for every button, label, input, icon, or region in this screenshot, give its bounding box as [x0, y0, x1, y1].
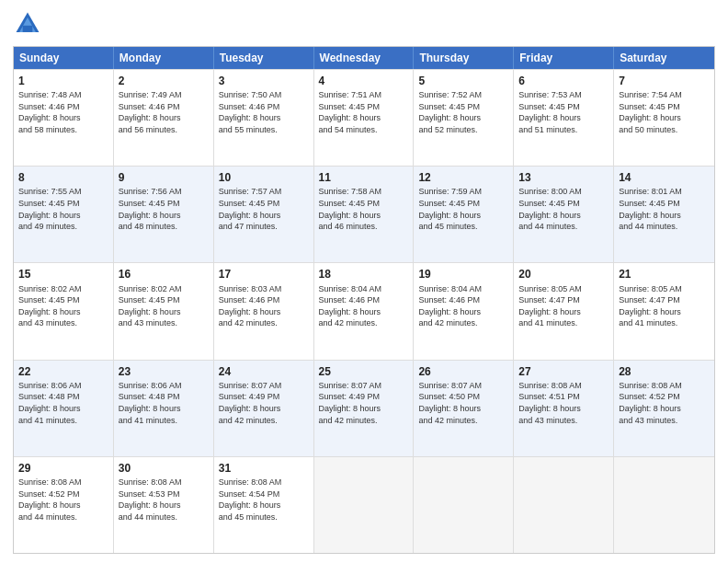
calendar: SundayMondayTuesdayWednesdayThursdayFrid… [13, 46, 715, 554]
cell-info: Sunrise: 7:57 AMSunset: 4:45 PMDaylight:… [219, 186, 309, 232]
cal-row: 1Sunrise: 7:48 AMSunset: 4:46 PMDaylight… [14, 69, 714, 166]
day-number: 14 [619, 170, 710, 185]
cal-cell: 31Sunrise: 8:08 AMSunset: 4:54 PMDayligh… [214, 457, 314, 553]
cell-info: Sunrise: 8:01 AMSunset: 4:45 PMDaylight:… [619, 186, 710, 232]
cell-info: Sunrise: 8:02 AMSunset: 4:45 PMDaylight:… [119, 283, 209, 329]
cal-cell [614, 457, 714, 553]
cal-header-day: Tuesday [214, 47, 314, 69]
cal-cell: 21Sunrise: 8:05 AMSunset: 4:47 PMDayligh… [614, 263, 714, 359]
cell-info: Sunrise: 8:06 AMSunset: 4:48 PMDaylight:… [119, 380, 209, 426]
day-number: 7 [619, 74, 710, 88]
cal-cell: 1Sunrise: 7:48 AMSunset: 4:46 PMDaylight… [14, 70, 114, 166]
cal-cell: 12Sunrise: 7:59 AMSunset: 4:45 PMDayligh… [414, 167, 514, 262]
cell-info: Sunrise: 7:59 AMSunset: 4:45 PMDaylight:… [418, 186, 508, 232]
cell-info: Sunrise: 8:03 AMSunset: 4:46 PMDaylight:… [219, 283, 309, 329]
cell-info: Sunrise: 7:53 AMSunset: 4:45 PMDaylight:… [518, 89, 609, 135]
cell-info: Sunrise: 7:54 AMSunset: 4:45 PMDaylight:… [619, 89, 710, 135]
cal-cell: 19Sunrise: 8:04 AMSunset: 4:46 PMDayligh… [414, 263, 514, 359]
day-number: 23 [119, 364, 209, 379]
cell-info: Sunrise: 7:55 AMSunset: 4:45 PMDaylight:… [18, 186, 108, 232]
cal-header-day: Monday [114, 47, 214, 69]
header [13, 9, 715, 39]
cal-cell: 20Sunrise: 8:05 AMSunset: 4:47 PMDayligh… [514, 263, 614, 359]
cell-info: Sunrise: 8:07 AMSunset: 4:50 PMDaylight:… [418, 380, 508, 426]
day-number: 15 [18, 267, 108, 282]
cal-row: 8Sunrise: 7:55 AMSunset: 4:45 PMDaylight… [14, 166, 714, 262]
cell-info: Sunrise: 8:02 AMSunset: 4:45 PMDaylight:… [18, 283, 108, 329]
cal-cell: 25Sunrise: 8:07 AMSunset: 4:49 PMDayligh… [314, 361, 415, 456]
cal-cell: 16Sunrise: 8:02 AMSunset: 4:45 PMDayligh… [114, 263, 214, 359]
page: SundayMondayTuesdayWednesdayThursdayFrid… [0, 0, 728, 563]
day-number: 8 [18, 170, 108, 185]
cell-info: Sunrise: 8:07 AMSunset: 4:49 PMDaylight:… [219, 380, 309, 426]
day-number: 12 [418, 170, 508, 185]
day-number: 6 [518, 74, 609, 88]
day-number: 29 [18, 461, 108, 476]
cal-cell: 26Sunrise: 8:07 AMSunset: 4:50 PMDayligh… [414, 361, 514, 456]
cal-header-day: Wednesday [314, 47, 415, 69]
cal-cell: 11Sunrise: 7:58 AMSunset: 4:45 PMDayligh… [314, 167, 415, 262]
cell-info: Sunrise: 7:48 AMSunset: 4:46 PMDaylight:… [18, 89, 108, 135]
cal-header-day: Saturday [614, 47, 714, 69]
cal-cell: 14Sunrise: 8:01 AMSunset: 4:45 PMDayligh… [614, 167, 714, 262]
cell-info: Sunrise: 8:05 AMSunset: 4:47 PMDaylight:… [619, 283, 710, 329]
cell-info: Sunrise: 7:56 AMSunset: 4:45 PMDaylight:… [119, 186, 209, 232]
day-number: 4 [319, 74, 409, 88]
day-number: 10 [219, 170, 309, 185]
cal-row: 15Sunrise: 8:02 AMSunset: 4:45 PMDayligh… [14, 262, 714, 359]
cal-cell: 18Sunrise: 8:04 AMSunset: 4:46 PMDayligh… [314, 263, 415, 359]
cal-cell [314, 457, 415, 553]
cal-cell: 27Sunrise: 8:08 AMSunset: 4:51 PMDayligh… [514, 361, 614, 456]
cell-info: Sunrise: 8:04 AMSunset: 4:46 PMDaylight:… [319, 283, 409, 329]
cell-info: Sunrise: 7:51 AMSunset: 4:45 PMDaylight:… [319, 89, 409, 135]
cell-info: Sunrise: 7:50 AMSunset: 4:46 PMDaylight:… [219, 89, 309, 135]
day-number: 24 [219, 364, 309, 379]
day-number: 28 [619, 364, 710, 379]
cell-info: Sunrise: 7:49 AMSunset: 4:46 PMDaylight:… [119, 89, 209, 135]
cell-info: Sunrise: 8:08 AMSunset: 4:51 PMDaylight:… [518, 380, 609, 426]
cal-cell [514, 457, 614, 553]
day-number: 17 [219, 267, 309, 282]
cell-info: Sunrise: 7:58 AMSunset: 4:45 PMDaylight:… [319, 186, 409, 232]
cal-cell: 28Sunrise: 8:08 AMSunset: 4:52 PMDayligh… [614, 361, 714, 456]
cal-cell: 13Sunrise: 8:00 AMSunset: 4:45 PMDayligh… [514, 167, 614, 262]
day-number: 25 [319, 364, 409, 379]
cal-cell: 29Sunrise: 8:08 AMSunset: 4:52 PMDayligh… [14, 457, 114, 553]
cal-cell: 3Sunrise: 7:50 AMSunset: 4:46 PMDaylight… [214, 70, 314, 166]
day-number: 3 [219, 74, 309, 88]
day-number: 9 [119, 170, 209, 185]
cal-cell: 30Sunrise: 8:08 AMSunset: 4:53 PMDayligh… [114, 457, 214, 553]
cal-cell [414, 457, 514, 553]
day-number: 5 [418, 74, 508, 88]
day-number: 16 [119, 267, 209, 282]
day-number: 2 [119, 74, 209, 88]
cal-header-day: Friday [514, 47, 614, 69]
cell-info: Sunrise: 8:08 AMSunset: 4:52 PMDaylight:… [18, 477, 108, 523]
cell-info: Sunrise: 8:04 AMSunset: 4:46 PMDaylight:… [418, 283, 508, 329]
day-number: 31 [219, 461, 309, 476]
cell-info: Sunrise: 8:00 AMSunset: 4:45 PMDaylight:… [518, 186, 609, 232]
day-number: 18 [319, 267, 409, 282]
cal-cell: 9Sunrise: 7:56 AMSunset: 4:45 PMDaylight… [114, 167, 214, 262]
cell-info: Sunrise: 8:08 AMSunset: 4:53 PMDaylight:… [119, 477, 209, 523]
cal-cell: 24Sunrise: 8:07 AMSunset: 4:49 PMDayligh… [214, 361, 314, 456]
cell-info: Sunrise: 8:07 AMSunset: 4:49 PMDaylight:… [319, 380, 409, 426]
cal-row: 22Sunrise: 8:06 AMSunset: 4:48 PMDayligh… [14, 360, 714, 456]
day-number: 13 [518, 170, 609, 185]
cell-info: Sunrise: 8:05 AMSunset: 4:47 PMDaylight:… [518, 283, 609, 329]
day-number: 21 [619, 267, 710, 282]
day-number: 19 [418, 267, 508, 282]
calendar-header: SundayMondayTuesdayWednesdayThursdayFrid… [14, 47, 714, 69]
cal-cell: 10Sunrise: 7:57 AMSunset: 4:45 PMDayligh… [214, 167, 314, 262]
cal-cell: 6Sunrise: 7:53 AMSunset: 4:45 PMDaylight… [514, 70, 614, 166]
cell-info: Sunrise: 8:08 AMSunset: 4:52 PMDaylight:… [619, 380, 710, 426]
cal-header-day: Thursday [414, 47, 514, 69]
day-number: 20 [518, 267, 609, 282]
day-number: 11 [319, 170, 409, 185]
cal-row: 29Sunrise: 8:08 AMSunset: 4:52 PMDayligh… [14, 456, 714, 553]
cal-cell: 2Sunrise: 7:49 AMSunset: 4:46 PMDaylight… [114, 70, 214, 166]
day-number: 26 [418, 364, 508, 379]
day-number: 1 [18, 74, 108, 88]
cell-info: Sunrise: 8:08 AMSunset: 4:54 PMDaylight:… [219, 477, 309, 523]
cell-info: Sunrise: 7:52 AMSunset: 4:45 PMDaylight:… [418, 89, 508, 135]
